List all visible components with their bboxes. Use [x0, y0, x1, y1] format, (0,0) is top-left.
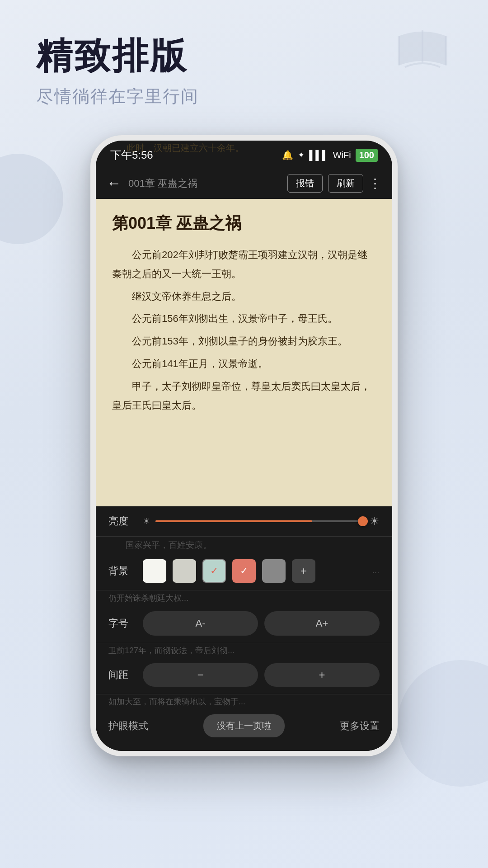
page-header: 精致排版 尽情徜徉在字里行间 [0, 0, 488, 126]
bg-option-white[interactable] [143, 559, 166, 583]
chapter-title: 第001章 巫蛊之祸 [112, 212, 376, 235]
paragraph-1: 公元前202年刘邦打败楚霸王项羽建立汉朝，汉朝是继秦朝之后的又一大统一王朝。 [112, 245, 376, 283]
bg-option-red[interactable]: ✓ [232, 559, 256, 583]
bluetooth-icon: ✦ [298, 150, 305, 160]
bg-option-gray[interactable] [173, 559, 196, 583]
paragraph-2: 继汉文帝休养生息之后。 [112, 287, 376, 306]
bg-option-darkgray[interactable] [262, 559, 286, 583]
spacing-buttons: − + [143, 663, 380, 687]
reading-bleed-3: 如加大至，而将在乘骑地以，宝物于... [96, 694, 392, 707]
alarm-icon: 🔔 [282, 150, 293, 160]
font-buttons: A- A+ [143, 611, 380, 636]
overlay-text-row: 国家兴平，百姓安康。 [96, 537, 392, 552]
reading-bleed-1: 仍开始诛杀朝廷大权... [96, 590, 392, 604]
nav-buttons: 报错 刷新 ⋮ [287, 174, 381, 193]
bottom-nav: 护眼模式 没有上一页啦 更多设置 [96, 707, 392, 751]
book-icon [393, 27, 452, 86]
paragraph-5: 公元前141年正月，汉景帝逝。 [112, 354, 376, 373]
wifi-icon: WiFi [333, 150, 351, 160]
brightness-high-icon: ☀ [370, 515, 380, 528]
spacing-label: 间距 [108, 668, 136, 682]
status-icons: 🔔 ✦ ▌▌▌ WiFi 100 [282, 149, 378, 162]
nav-title: 001章 巫蛊之祸 [128, 177, 280, 190]
page-subtitle: 尽情徜徉在字里行间 [36, 85, 452, 108]
eye-care-button[interactable]: 护眼模式 [108, 719, 148, 733]
brightness-slider-container: ☀ ☀ [143, 515, 380, 528]
phone-frame: 下午5:56 🔔 ✦ ▌▌▌ WiFi 100 ← 001章 巫蛊之祸 报错 刷… [90, 135, 398, 756]
brightness-low-icon: ☀ [143, 516, 150, 526]
brightness-row: 此时，汉朝已建立六十余年。 亮度 ☀ ☀ [96, 506, 392, 537]
reading-area: 第001章 巫蛊之祸 公元前202年刘邦打败楚霸王项羽建立汉朝，汉朝是继秦朝之后… [96, 199, 392, 506]
spacing-increase-button[interactable]: + [264, 663, 380, 687]
brightness-label: 亮度 [108, 514, 136, 528]
paragraph-6: 甲子，太子刘彻即皇帝位，尊皇太后窦氏曰太皇太后，皇后王氏曰皇太后。 [112, 377, 376, 415]
font-decrease-button[interactable]: A- [143, 611, 258, 636]
spacing-row: 间距 − + [96, 656, 392, 694]
back-button[interactable]: ← [107, 175, 121, 192]
page-title: 精致排版 [36, 36, 452, 76]
report-button[interactable]: 报错 [287, 174, 323, 193]
reading-content: 公元前202年刘邦打败楚霸王项羽建立汉朝，汉朝是继秦朝之后的又一大统一王朝。 继… [112, 245, 376, 415]
settings-panel: 此时，汉朝已建立六十余年。 亮度 ☀ ☀ 国家兴平，百姓安康。 背景 [96, 506, 392, 751]
bg-red-check: ✓ [240, 565, 248, 577]
plus-icon: + [300, 565, 307, 577]
phone-container: 下午5:56 🔔 ✦ ▌▌▌ WiFi 100 ← 001章 巫蛊之祸 报错 刷… [0, 135, 488, 756]
bg-add-button[interactable]: + [292, 559, 315, 583]
paragraph-3: 公元前156年刘彻出生，汉景帝中子，母王氏。 [112, 309, 376, 328]
brightness-thumb[interactable] [358, 516, 368, 526]
bg-option-teal[interactable]: ✓ [202, 559, 226, 583]
font-size-label: 字号 [108, 617, 136, 630]
brightness-track[interactable] [155, 520, 364, 522]
overlay-text-2: 国家兴平，百姓安康。 [108, 537, 380, 552]
paragraph-4: 公元前153年，刘彻以皇子的身份被封为胶东王。 [112, 332, 376, 351]
no-prev-page: 没有上一页啦 [203, 714, 285, 737]
brightness-fill [155, 520, 312, 522]
spacing-decrease-button[interactable]: − [143, 663, 258, 687]
font-size-row: 字号 A- A+ [96, 604, 392, 643]
more-button[interactable]: ⋮ [369, 176, 381, 191]
status-bar: 下午5:56 🔔 ✦ ▌▌▌ WiFi 100 [96, 141, 392, 168]
reading-bleed-text-1: 仍开始诛杀朝廷大权... [108, 590, 380, 604]
status-time: 下午5:56 [110, 148, 153, 162]
background-row: 背景 ✓ ✓ + … [96, 552, 392, 590]
font-increase-button[interactable]: A+ [264, 611, 380, 636]
nav-bar: ← 001章 巫蛊之祸 报错 刷新 ⋮ [96, 168, 392, 199]
bg-hint-text: … [372, 566, 380, 576]
reading-bleed-text-2: 卫前127年，而彻设法，帝后刘彻... [108, 643, 380, 656]
refresh-button[interactable]: 刷新 [328, 174, 363, 193]
signal-icon: ▌▌▌ [309, 150, 328, 160]
background-label: 背景 [108, 564, 136, 578]
more-settings-button[interactable]: 更多设置 [340, 719, 380, 733]
reading-bleed-text-3: 如加大至，而将在乘骑地以，宝物于... [108, 694, 380, 707]
reading-bleed-2: 卫前127年，而彻设法，帝后刘彻... [96, 643, 392, 656]
battery-indicator: 100 [356, 149, 378, 162]
background-options: ✓ ✓ + [143, 559, 361, 583]
bg-teal-check: ✓ [210, 565, 218, 577]
